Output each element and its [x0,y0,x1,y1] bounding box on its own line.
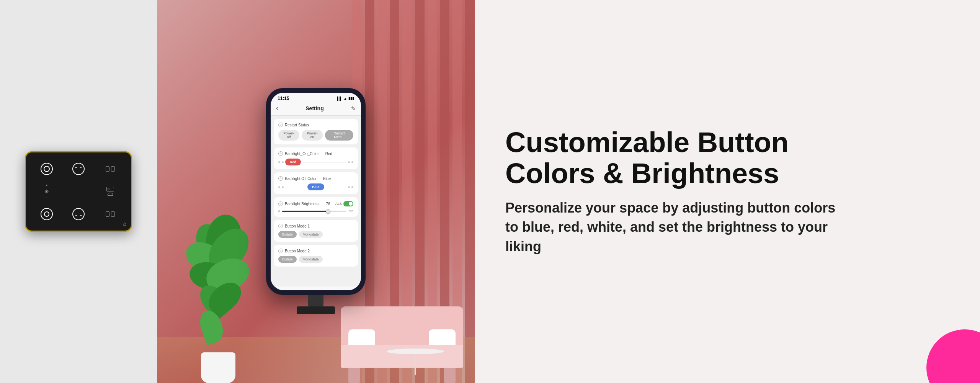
device-button-8[interactable] [96,205,124,224]
backlight-on-color-section: ⊙ Backlight_On_Color · Red Red [274,147,358,169]
button-mode-1-icon: ⊙ [278,224,283,228]
device-button-2[interactable]: ⌃⌃ [65,159,93,178]
device-button-3[interactable] [96,159,124,178]
backlight-off-color-label: ⊙ Backlight Off Color · Blue [278,176,353,181]
slider-max: 100 [348,210,353,213]
status-time: 11:15 [278,96,289,101]
red-chip[interactable]: Red [285,159,301,165]
power-on-button[interactable]: Power-on [302,130,323,141]
button-mode-2-options: Bistate Monostate [278,256,353,263]
off-dot-4 [351,186,353,188]
center-panel: 11:15 ▌▌ ▲ ▮▮▮ ‹ Setting ✎ [157,0,475,383]
back-button[interactable]: ‹ [276,104,278,112]
phone-stand [297,295,335,314]
slider-thumb [326,209,330,214]
left-panel: ⌃⌃ • ✳ ··· [0,0,157,383]
blue-chip[interactable]: Blue [307,183,324,190]
sub-heading: Personalize your space by adjusting butt… [505,198,850,256]
backlight-off-icon: ⊙ [278,176,283,181]
plant [180,199,256,383]
restart-status-label: ⊙ Restart Status [278,123,353,127]
battery-icon: ▮▮▮ [348,97,354,100]
als-toggle[interactable]: ALS [335,201,353,206]
slider-line-1 [302,162,346,162]
power-off-button[interactable]: Power-off [278,130,299,141]
phone-mockup: 11:15 ▌▌ ▲ ▮▮▮ ‹ Setting ✎ [266,88,366,295]
wifi-icon: ▲ [343,97,347,101]
backlight-on-color-slider: Red [278,159,353,165]
button-mode-1-section: ⊙ Button Mode 1 Bistate Monostate [274,220,358,242]
restart-status-icon: ⊙ [278,123,283,127]
slider-line-3 [326,187,346,187]
coffee-table [387,349,444,375]
phone-content: ⊙ Restart Status Power-off Power-on Rest… [271,116,361,286]
color-dot-3 [348,161,350,163]
color-dot-4 [351,161,353,163]
button-mode-2-label: ⊙ Button Mode 2 [278,249,353,253]
backlight-off-color-slider: Blue [278,183,353,190]
slider-min: 0 [278,210,280,213]
restart-status-section: ⊙ Restart Status Power-off Power-on Rest… [274,119,358,144]
backlight-on-color-label: ⊙ Backlight_On_Color · Red [278,151,353,156]
right-panel: Customizable ButtonColors & Brightness P… [475,0,980,383]
edit-button[interactable]: ✎ [351,105,356,111]
brightness-slider-row: 0 100 [278,210,353,213]
brightness-label: ⊙ Backlight Brightness · 76 [278,201,330,206]
color-dot-1 [278,161,280,163]
brightness-icon: ⊙ [278,201,283,206]
color-dot-2 [282,161,284,163]
slider-fill [282,211,328,212]
bistate-1-button[interactable]: Bistate [278,231,297,238]
als-toggle-pill[interactable] [343,201,353,206]
monostate-2-button[interactable]: Monostate [299,256,323,263]
device-button-4[interactable]: • ✳ ··· [33,182,61,201]
device-button-7[interactable]: ⌃⌃ [65,205,93,224]
restart-status-options: Power-off Power-on Restart Mem... [278,130,353,141]
off-dot-3 [348,186,350,188]
backlight-on-icon: ⊙ [278,151,283,156]
signal-icon: ▌▌ [337,97,342,101]
off-dot-1 [278,186,280,188]
main-heading: Customizable ButtonColors & Brightness [505,127,949,189]
device-center [65,182,93,201]
slider-line-2 [285,187,306,187]
button-mode-1-label: ⊙ Button Mode 1 [278,224,353,228]
setting-title: Setting [305,105,323,111]
smart-switch-device: ⌃⌃ • ✳ ··· [25,151,132,232]
device-home-icon: ⌂ [123,221,126,227]
off-dot-2 [282,186,284,188]
phone-header: ‹ Setting ✎ [271,103,361,116]
button-mode-1-options: Bistate Monostate [278,231,353,238]
toggle-thumb [349,202,353,206]
backlight-brightness-section: ⊙ Backlight Brightness · 76 ALS [274,197,358,217]
button-mode-2-section: ⊙ Button Mode 2 Bistate Monostate [274,245,358,267]
pink-blob-decoration [926,329,980,383]
status-icons: ▌▌ ▲ ▮▮▮ [337,97,354,101]
bistate-2-button[interactable]: Bistate [278,256,297,263]
restart-mem-button[interactable]: Restart Mem... [325,130,353,141]
device-button-1[interactable] [33,159,61,178]
brightness-slider[interactable] [282,211,346,212]
device-button-5[interactable] [96,182,124,201]
phone-status-bar: 11:15 ▌▌ ▲ ▮▮▮ [271,93,361,103]
button-mode-2-icon: ⊙ [278,249,283,253]
backlight-off-color-section: ⊙ Backlight Off Color · Blue Blue [274,172,358,194]
monostate-1-button[interactable]: Monostate [299,231,323,238]
brightness-header: ⊙ Backlight Brightness · 76 ALS [278,201,353,206]
device-button-6[interactable] [33,205,61,224]
